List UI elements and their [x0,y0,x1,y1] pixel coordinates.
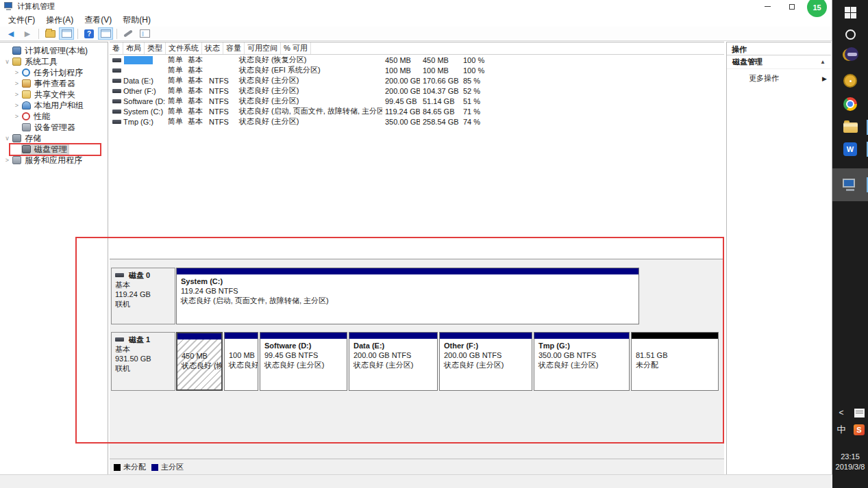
expander-icon[interactable]: > [12,69,21,76]
cell-percent: 74 % [460,118,500,126]
ime-text: 中 [837,424,846,436]
search-button[interactable] [832,27,868,41]
computer-management-window: 计算机管理 15 文件(F) 操作(A) 查看(V) 帮助(H) ◀ ▶ [0,0,832,488]
taskbar-item-clock-app[interactable] [832,73,868,89]
partition-title: System (C:) [181,277,634,286]
partition[interactable]: Data (E:) 200.00 GB NTFS 状态良好 (主分区) [349,332,438,391]
maximize-button[interactable] [781,0,803,13]
notification-center-button[interactable] [850,407,868,419]
table-row[interactable]: Software (D:) 简单 基本 NTFS 状态良好 (主分区) 99.4… [110,96,724,106]
partition[interactable]: 450 MB 状态良好 (恢 [176,332,223,391]
partition[interactable]: 100 MB 状态良好 [224,332,258,391]
column-header[interactable]: 布局 [123,42,145,54]
disk-0-label[interactable]: 磁盘 0 基本 119.24 GB 联机 [111,268,175,324]
menu-item[interactable]: 查看(V) [79,13,117,27]
collapse-icon[interactable]: ▲ [820,59,826,65]
search-icon [845,29,856,40]
partition[interactable]: 81.51 GB 未分配 [631,332,719,391]
partition-title [182,342,217,351]
table-row[interactable]: 简单 基本 状态良好 (EFI 系统分区) 100 MB 100 MB 100 … [110,65,724,75]
table-row[interactable]: Data (E:) 简单 基本 NTFS 状态良好 (主分区) 200.00 G… [110,75,724,86]
disk-size: 119.24 GB [115,290,171,299]
column-header[interactable]: 类型 [145,42,166,54]
column-header[interactable]: 容量 [223,42,245,54]
menu-item[interactable]: 文件(F) [3,13,40,27]
taskbar-item-wps[interactable]: W [832,141,868,157]
properties-button[interactable] [121,27,136,40]
menu-item[interactable]: 帮助(H) [117,13,156,27]
back-button[interactable]: ◀ [3,27,18,40]
table-row[interactable]: 简单 基本 状态良好 (恢复分区) 450 MB 450 MB 100 % [110,55,724,65]
ime-indicator[interactable]: 中 [832,423,850,437]
clock-date[interactable]: 2019/3/8 [832,462,868,472]
graphical-view-pane: 磁盘 0 基本 119.24 GB 联机 System (C:) 119.24 … [110,259,724,474]
volume-icon [112,68,121,73]
cell-volume: Software (D:) [123,97,165,105]
detail-panel-button[interactable] [137,27,152,40]
tree-item-icon [22,90,31,99]
partition-status: 状态良好 (启动, 页面文件, 故障转储, 主分区) [181,296,634,305]
sogou-input-button[interactable]: S [850,423,868,437]
minimize-icon [765,6,771,7]
action-pane-toggle[interactable] [98,27,113,40]
column-header[interactable]: 可用空间 [245,42,281,54]
tree-item[interactable]: > 服务和应用程序 [0,155,108,166]
cell-type: 基本 [185,75,206,86]
taskbar-item-eclipse[interactable] [832,47,868,63]
taskbar-item-chrome[interactable] [832,96,868,112]
partition[interactable]: Software (D:) 99.45 GB NTFS 状态良好 (主分区) [260,332,347,391]
forward-icon: ▶ [25,30,30,38]
table-row[interactable]: Other (F:) 简单 基本 NTFS 状态良好 (主分区) 200.00 … [110,86,724,96]
partition[interactable]: Tmp (G:) 350.00 GB NTFS 状态良好 (主分区) [534,332,630,391]
partition-type-bar [632,333,718,339]
toolbar-separator [116,29,117,39]
more-actions-item[interactable]: 更多操作 ▶ [727,69,831,88]
tree-item-icon [12,47,21,55]
legend-item: 主分区 [151,462,184,472]
expander-icon[interactable]: ∨ [3,58,12,65]
volume-table-header: 卷 布局 类型 文件系统 状态 容量 可用空间 % 可用 [110,42,724,55]
menu-item[interactable]: 操作(A) [40,13,79,27]
tree-item[interactable]: > 本地用户和组 [0,100,108,111]
expander-icon[interactable]: > [12,102,21,109]
cell-capacity: 119.24 GB [382,107,420,116]
forward-button[interactable]: ▶ [20,27,35,40]
tray-expand-button[interactable]: < [832,407,850,419]
disk-name: 磁盘 0 [129,270,150,280]
table-row[interactable]: Tmp (G:) 简单 基本 NTFS 状态良好 (主分区) 350.00 GB… [110,116,724,127]
expander-icon[interactable]: > [12,113,21,120]
partition[interactable]: System (C:) 119.24 GB NTFS 状态良好 (启动, 页面文… [176,268,639,324]
expander-icon[interactable]: > [12,80,21,87]
console-tree: 计算机管理(本地) ∨ 系统工具 > 任务计划程序 [0,42,108,474]
minimize-button[interactable] [756,0,778,13]
console-tree-toggle[interactable] [59,27,74,40]
expander-icon[interactable]: ∨ [3,135,12,142]
disk-1-label[interactable]: 磁盘 1 基本 931.50 GB 联机 [111,332,175,391]
column-header[interactable]: 卷 [110,42,123,54]
partition-size: 200.00 GB NTFS [354,350,433,360]
clock-time[interactable]: 23:15 [832,452,868,461]
column-header[interactable]: 状态 [202,42,223,54]
computer-management-icon [843,179,858,191]
column-header[interactable]: % 可用 [281,42,311,54]
taskbar-item-file-explorer[interactable] [832,119,868,136]
partition-size: 119.24 GB NTFS [181,286,634,296]
actions-section-disk-management[interactable]: 磁盘管理 ▲ [727,55,831,69]
cell-type: 基本 [185,106,206,116]
cell-layout: 简单 [165,65,185,75]
help-button[interactable] [82,27,97,40]
partition[interactable]: Other (F:) 200.00 GB NTFS 状态良好 (主分区) [439,332,532,391]
cell-capacity: 99.45 GB [382,97,420,105]
table-row[interactable]: System (C:) 简单 基本 NTFS 状态良好 (启动, 页面文件, 故… [110,106,724,116]
cell-capacity: 200.00 GB [382,77,420,85]
expander-icon[interactable]: > [12,91,21,98]
start-button[interactable] [832,5,868,19]
actions-pane: 操作 磁盘管理 ▲ 更多操作 ▶ [726,42,831,474]
column-header[interactable]: 文件系统 [166,42,202,54]
up-level-button[interactable] [42,27,58,40]
menubar: 文件(F) 操作(A) 查看(V) 帮助(H) [0,13,832,27]
taskbar-item-computer-management[interactable] [832,168,868,201]
disk-icon [115,337,124,342]
expander-icon[interactable]: > [3,157,12,164]
partition-title [636,341,714,350]
